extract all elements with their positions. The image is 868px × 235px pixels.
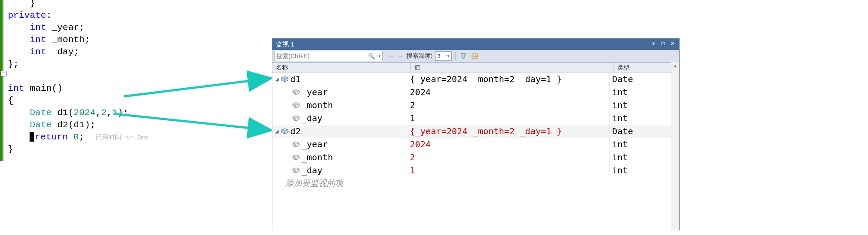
watch-type: int xyxy=(610,138,679,151)
watch-name: _month xyxy=(302,99,333,112)
watch-name: d1 xyxy=(290,73,301,86)
watch-row-field[interactable]: _year2024int xyxy=(272,138,679,151)
col-value[interactable]: 值 xyxy=(411,63,614,72)
svg-rect-7 xyxy=(294,106,295,106)
watch-row-field[interactable]: _month2int xyxy=(272,99,679,112)
close-icon[interactable]: ✕ xyxy=(668,39,677,48)
field-icon xyxy=(272,151,302,164)
watch-value: {_year=2024 _month=2 _day=1 } xyxy=(407,125,610,138)
watch-row-field[interactable]: _year2024int xyxy=(272,86,679,99)
watch-row-field[interactable]: _day1int xyxy=(272,112,679,125)
code-line[interactable]: Date d2(d1); xyxy=(8,119,96,131)
search-icon[interactable]: 🔍 xyxy=(367,53,376,60)
watch-type: int xyxy=(610,112,679,125)
field-icon xyxy=(272,112,302,125)
pin-icon[interactable] xyxy=(459,52,468,60)
search-box[interactable]: 🔍 ▾ xyxy=(274,51,383,61)
code-line[interactable]: }; xyxy=(8,58,19,70)
field-icon xyxy=(272,164,302,177)
depth-label: 搜索深度: xyxy=(406,52,432,60)
highlight-icon[interactable]: ab xyxy=(470,52,479,60)
code-line[interactable]: int _day; xyxy=(8,46,79,58)
col-name[interactable]: 名称 xyxy=(272,63,411,72)
code-line[interactable]: Date d1(2024,2,1); xyxy=(8,107,128,119)
watch-type: Date xyxy=(610,125,679,138)
code-line[interactable]: int _year; xyxy=(8,22,84,34)
watch-row-field[interactable]: _month2int xyxy=(272,151,679,164)
depth-select[interactable]: 3 ▾ xyxy=(435,51,452,61)
watch-type: int xyxy=(610,99,679,112)
watch-name: _year xyxy=(302,86,328,99)
maximize-icon[interactable]: □ xyxy=(658,39,668,48)
watch-value: 2024 xyxy=(407,86,610,99)
depth-value: 3 xyxy=(436,53,446,60)
watch-type: int xyxy=(610,86,679,99)
watch-name: _month xyxy=(302,151,333,164)
watch-name: _day xyxy=(302,164,322,177)
watch-value: 1 xyxy=(407,164,610,177)
watch-columns-header[interactable]: 名称 值 类型 xyxy=(272,63,679,73)
svg-rect-13 xyxy=(294,158,295,159)
watch-name: _day xyxy=(302,112,322,125)
struct-icon xyxy=(279,73,290,86)
code-line[interactable]: int _month; xyxy=(8,34,90,46)
svg-rect-5 xyxy=(294,93,295,93)
watch-type: int xyxy=(610,151,679,164)
code-line[interactable]: return 0; 已用时间 <= 3ms xyxy=(8,131,149,144)
code-line[interactable]: } xyxy=(8,143,13,156)
change-gutter xyxy=(0,0,3,161)
svg-rect-15 xyxy=(294,171,295,172)
field-icon xyxy=(272,99,302,112)
watch-value: {_year=2024 _month=2 _day=1 } xyxy=(407,73,610,86)
add-watch-placeholder[interactable]: 添加要监视的项 xyxy=(272,177,679,190)
watch-value: 2 xyxy=(407,99,610,112)
nav-back-icon[interactable]: ← xyxy=(387,52,394,60)
search-input[interactable] xyxy=(275,52,367,60)
scroll-up-icon[interactable]: ▲ xyxy=(671,62,679,70)
watch-row-struct[interactable]: ◢d2{_year=2024 _month=2 _day=1 }Date xyxy=(272,125,679,138)
code-line[interactable]: { xyxy=(8,95,13,107)
collapse-toggle-icon[interactable]: − xyxy=(1,71,7,76)
watch-title-text: 监视 1 xyxy=(276,40,295,48)
svg-rect-11 xyxy=(294,145,295,146)
expander-icon[interactable]: ◢ xyxy=(274,73,279,86)
outline-guide xyxy=(3,0,4,161)
code-line[interactable]: } xyxy=(8,0,35,10)
svg-rect-9 xyxy=(294,119,295,119)
watch-value: 2024 xyxy=(407,138,610,151)
watch-name: _year xyxy=(302,138,328,151)
watch-row-field[interactable]: _day1int xyxy=(272,164,679,177)
toolbar-separator xyxy=(455,52,456,60)
watch-value: 2 xyxy=(407,151,610,164)
struct-icon xyxy=(279,125,290,138)
watch-row-struct[interactable]: ◢d1{_year=2024 _month=2 _day=1 }Date xyxy=(272,73,679,86)
field-icon xyxy=(272,138,302,151)
watch-type: int xyxy=(610,164,679,177)
code-editor[interactable]: − }private: int _year; int _month; int _… xyxy=(0,0,270,235)
search-dropdown-icon[interactable]: ▾ xyxy=(376,54,382,58)
code-line[interactable]: int main() xyxy=(8,83,63,95)
expander-icon[interactable]: ◢ xyxy=(274,125,279,138)
field-icon xyxy=(272,86,302,99)
watch-body[interactable]: ◢d1{_year=2024 _month=2 _day=1 }Date_yea… xyxy=(272,73,679,190)
col-type[interactable]: 类型 xyxy=(614,63,679,72)
watch-value: 1 xyxy=(407,112,610,125)
svg-text:ab: ab xyxy=(473,54,477,58)
nav-forward-icon[interactable]: → xyxy=(397,52,404,60)
code-line[interactable]: private: xyxy=(8,10,52,22)
watch-type: Date xyxy=(610,73,679,86)
watch-name: d2 xyxy=(290,125,301,138)
watch-title-bar[interactable]: 监视 1 ▾ □ ✕ xyxy=(272,39,679,50)
watch-toolbar: 🔍 ▾ ← → 搜索深度: 3 ▾ ab xyxy=(272,50,679,63)
watch-window: 监视 1 ▾ □ ✕ 🔍 ▾ ← → 搜索深度: 3 ▾ ab 名称 xyxy=(272,38,680,230)
scrollbar-track[interactable]: ▲ xyxy=(671,62,679,230)
window-menu-icon[interactable]: ▾ xyxy=(649,39,658,48)
chevron-down-icon[interactable]: ▾ xyxy=(446,54,451,58)
